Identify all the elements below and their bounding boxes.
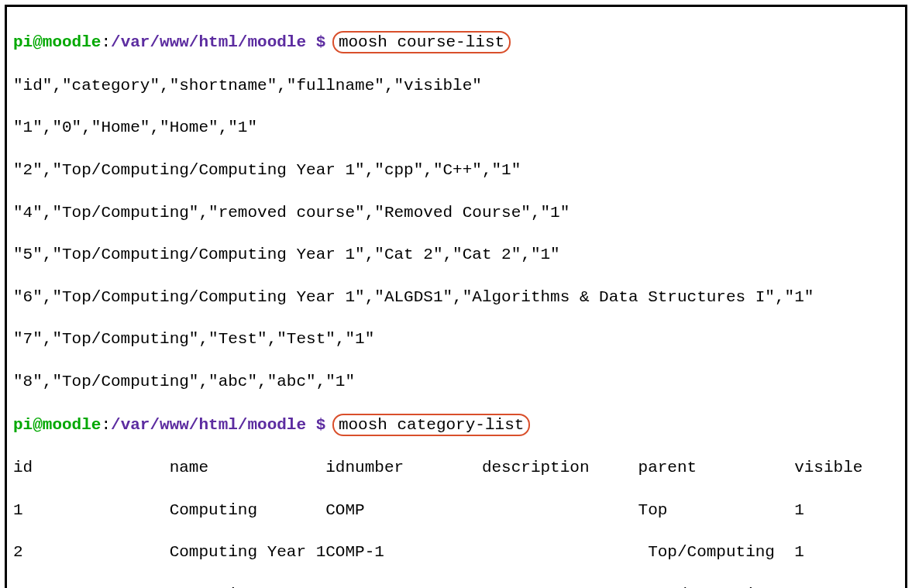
- output-line: "1","0","Home","Home","1": [13, 117, 899, 138]
- output-line: "5","Top/Computing/Computing Year 1","Ca…: [13, 244, 899, 265]
- terminal-window: pi@moodle:/var/www/html/moodle $ moosh c…: [5, 5, 907, 588]
- command-1: moosh course-list: [332, 31, 511, 53]
- prompt-user: pi@moodle: [13, 416, 101, 434]
- prompt-path: /var/www/html/moodle: [111, 33, 306, 51]
- prompt-dollar: $: [306, 416, 336, 434]
- output-line: "6","Top/Computing/Computing Year 1","AL…: [13, 287, 899, 308]
- output-line: "id","category","shortname","fullname","…: [13, 75, 899, 96]
- output-line: "2","Top/Computing/Computing Year 1","cp…: [13, 160, 899, 181]
- output-line: id name idnumber description parent visi…: [13, 457, 899, 478]
- prompt-sep: :: [101, 33, 111, 51]
- prompt-line[interactable]: pi@moodle:/var/www/html/moodle $ moosh c…: [13, 31, 899, 53]
- prompt-line[interactable]: pi@moodle:/var/www/html/moodle $ moosh c…: [13, 414, 899, 436]
- prompt-sep: :: [101, 416, 111, 434]
- output-line: "8","Top/Computing","abc","abc","1": [13, 371, 899, 392]
- prompt-path: /var/www/html/moodle: [111, 416, 306, 434]
- command-2: moosh category-list: [332, 414, 530, 436]
- output-line: "7","Top/Computing","Test","Test","1": [13, 328, 899, 349]
- output-line: 1 Computing COMP Top 1: [13, 500, 899, 521]
- output-line: 2 Computing Year 1COMP-1 Top/Computing 1: [13, 542, 899, 562]
- prompt-dollar: $: [306, 33, 336, 51]
- output-line: "4","Top/Computing","removed course","Re…: [13, 202, 899, 223]
- prompt-user: pi@moodle: [13, 33, 101, 51]
- output-line: 3 Computing Year 2COMP-2 Top/Computing 1: [13, 584, 899, 588]
